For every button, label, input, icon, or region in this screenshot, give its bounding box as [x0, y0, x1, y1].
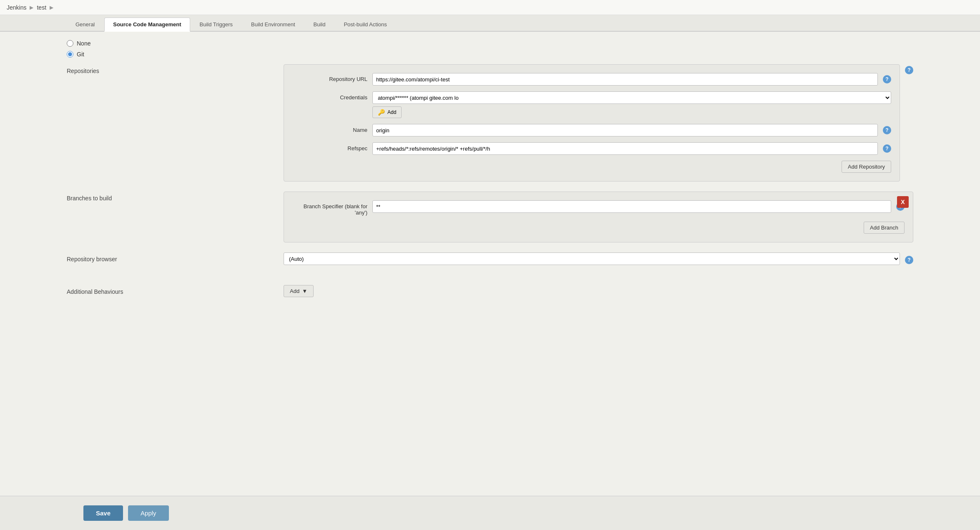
tab-build-triggers[interactable]: Build Triggers — [191, 18, 241, 31]
refspec-input[interactable] — [372, 142, 878, 155]
refspec-help-icon[interactable]: ? — [883, 144, 891, 153]
credentials-label: Credentials — [292, 91, 367, 101]
tabs-bar: General Source Code Management Build Tri… — [0, 15, 980, 32]
repo-url-control — [372, 73, 878, 86]
breadcrumb: Jenkins ▶ test ▶ — [0, 0, 980, 15]
add-credential-label: Add — [387, 109, 396, 115]
branches-content: X Branch Specifier (blank for 'any') ? A… — [284, 192, 913, 242]
repo-browser-select[interactable]: (Auto) — [284, 252, 900, 265]
git-label: Git — [77, 51, 84, 58]
breadcrumb-sep-1: ▶ — [30, 5, 33, 10]
jenkins-link[interactable]: Jenkins — [7, 4, 26, 11]
repositories-section: Repositories Repository URL ? Credential… — [67, 64, 913, 182]
repo-browser-content: (Auto) ? — [284, 252, 913, 275]
repo-browser-row: (Auto) ? — [284, 252, 913, 265]
apply-button[interactable]: Apply — [128, 505, 169, 521]
refspec-control — [372, 142, 878, 155]
add-repo-btn-row: Add Repository — [292, 161, 891, 173]
refspec-label: Refspec — [292, 142, 367, 151]
add-repository-button[interactable]: Add Repository — [842, 161, 891, 173]
repository-box: Repository URL ? Credentials atompi/****… — [284, 64, 900, 182]
repositories-content: Repository URL ? Credentials atompi/****… — [284, 64, 900, 182]
save-button[interactable]: Save — [83, 505, 123, 521]
key-icon: 🔑 — [378, 109, 385, 116]
branches-section: Branches to build X Branch Specifier (bl… — [67, 192, 913, 242]
branch-box: X Branch Specifier (blank for 'any') ? A… — [284, 192, 913, 242]
tab-post-build-actions[interactable]: Post-build Actions — [335, 18, 395, 31]
repo-url-row: Repository URL ? — [292, 73, 891, 86]
tab-build[interactable]: Build — [305, 18, 334, 31]
delete-branch-button[interactable]: X — [897, 196, 909, 208]
branch-specifier-label: Branch Specifier (blank for 'any') — [292, 200, 367, 216]
name-label: Name — [292, 124, 367, 133]
additional-behaviours-section: Additional Behaviours Add ▼ — [67, 285, 913, 297]
name-help-icon[interactable]: ? — [883, 126, 891, 134]
branches-label: Branches to build — [67, 192, 284, 202]
add-credential-button[interactable]: 🔑 Add — [372, 106, 402, 118]
branch-specifier-row: Branch Specifier (blank for 'any') ? — [292, 200, 905, 216]
git-radio-row: Git — [67, 51, 913, 58]
branch-specifier-control — [372, 200, 891, 213]
name-input[interactable] — [372, 124, 878, 136]
add-behaviour-button[interactable]: Add ▼ — [284, 285, 314, 297]
add-dropdown-arrow-icon: ▼ — [302, 288, 307, 294]
main-content: None Git Repositories Repository URL ? — [0, 32, 980, 315]
repositories-section-help-icon[interactable]: ? — [905, 66, 913, 74]
additional-behaviours-content: Add ▼ — [284, 285, 913, 297]
repo-url-help-icon[interactable]: ? — [883, 75, 891, 83]
credentials-select[interactable]: atompi/****** (atompi gitee.com lo — [372, 91, 891, 104]
name-control — [372, 124, 878, 136]
add-branch-btn-row: Add Branch — [292, 222, 905, 234]
action-bar: Save Apply — [0, 496, 980, 530]
tab-build-environment[interactable]: Build Environment — [242, 18, 304, 31]
additional-behaviours-label: Additional Behaviours — [67, 285, 284, 295]
refspec-row: Refspec ? — [292, 142, 891, 155]
credentials-control: atompi/****** (atompi gitee.com lo 🔑 Add — [372, 91, 891, 118]
git-radio[interactable] — [67, 51, 73, 58]
credentials-row: Credentials atompi/****** (atompi gitee.… — [292, 91, 891, 118]
add-behaviour-label: Add — [290, 288, 299, 294]
repo-browser-label: Repository browser — [67, 252, 284, 262]
scm-radio-section: None Git — [67, 40, 913, 58]
repo-url-label: Repository URL — [292, 73, 367, 82]
branch-specifier-input[interactable] — [372, 200, 891, 213]
none-radio-row: None — [67, 40, 913, 47]
repo-url-input[interactable] — [372, 73, 878, 86]
name-row: Name ? — [292, 124, 891, 136]
repo-browser-section: Repository browser (Auto) ? — [67, 252, 913, 275]
none-label: None — [77, 40, 90, 47]
tab-scm[interactable]: Source Code Management — [104, 18, 190, 32]
repositories-label: Repositories — [67, 64, 284, 74]
none-radio[interactable] — [67, 40, 73, 47]
test-link[interactable]: test — [37, 4, 46, 11]
add-branch-button[interactable]: Add Branch — [864, 222, 905, 234]
tab-general[interactable]: General — [67, 18, 103, 31]
breadcrumb-sep-2: ▶ — [50, 5, 53, 10]
repo-browser-help-icon[interactable]: ? — [905, 256, 913, 264]
